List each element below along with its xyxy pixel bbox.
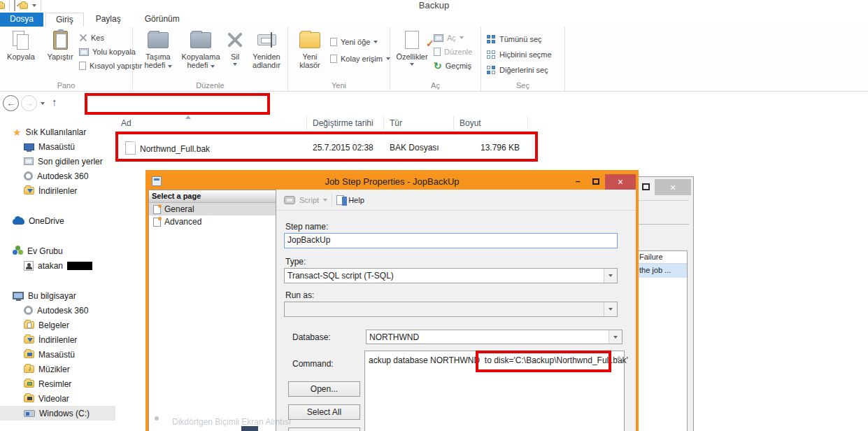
- sidebar-favorites[interactable]: ★ Sık Kullanılanlar: [0, 125, 115, 139]
- column-size[interactable]: Boyut: [454, 116, 528, 130]
- qat-folder-icon[interactable]: [0, 3, 5, 9]
- help-button[interactable]: Help: [348, 196, 364, 204]
- new-item-button[interactable]: Yeni öğe: [330, 35, 390, 49]
- run-as-label: Run as:: [285, 290, 314, 300]
- sidebar-homegroup-user[interactable]: atakan: [0, 258, 115, 273]
- command-label: Command:: [292, 359, 334, 369]
- dialog-toolbar: Script Help: [277, 190, 636, 211]
- script-dropdown-icon[interactable]: [323, 199, 327, 202]
- select-page-header: Select a page: [149, 190, 276, 203]
- open-file-button[interactable]: Open...: [288, 381, 360, 397]
- script-button[interactable]: Script: [299, 196, 319, 204]
- tab-view[interactable]: Görünüm: [135, 13, 190, 27]
- up-button[interactable]: ↑: [52, 96, 57, 108]
- scroll-up-icon[interactable]: [616, 355, 622, 359]
- qat-dropdown-icon[interactable]: [32, 4, 36, 7]
- downloads-icon: [24, 336, 34, 344]
- group-label-clipboard: Pano: [0, 81, 132, 90]
- sidebar-item-autodesk[interactable]: Autodesk 360: [0, 169, 115, 183]
- maximize-icon[interactable]: [642, 183, 650, 190]
- qat-newfolder-icon[interactable]: [20, 3, 28, 9]
- script-icon: [284, 196, 295, 204]
- tab-file[interactable]: Dosya: [0, 13, 43, 27]
- group-label-organize: Düzenle: [133, 81, 287, 90]
- pictures-icon: [24, 380, 34, 388]
- close-button-disabled[interactable]: ×: [655, 179, 691, 195]
- select-all-button[interactable]: Tümünü seç: [487, 32, 552, 46]
- job-step-properties-dialog: Job Step Properties - JopBackUp – × Sele…: [145, 170, 639, 431]
- ribbon-group-select: Tümünü seç Hiçbirini seçme Diğerlerini s…: [481, 27, 565, 91]
- delete-button[interactable]: Sil: [222, 29, 248, 66]
- sidebar-homegroup[interactable]: Ev Grubu: [0, 243, 115, 258]
- sidebar-item-downloads[interactable]: İndirilenler: [0, 183, 115, 198]
- column-date[interactable]: Değiştirme tarihi: [307, 116, 384, 130]
- cut-off-button[interactable]: [288, 428, 360, 431]
- rename-button[interactable]: Yeniden adlandır: [247, 29, 286, 69]
- ribbon-group-open: ✓ Özellikler Aç Düzenle ↻ Geçmiş: [390, 27, 481, 91]
- minimize-button[interactable]: –: [569, 176, 587, 186]
- copy-icon: [13, 31, 29, 50]
- sidebar-pc-documents[interactable]: Belgeler: [0, 318, 115, 332]
- drive-icon: [24, 410, 35, 417]
- tab-home[interactable]: Giriş: [45, 13, 84, 27]
- sidebar-item-desktop[interactable]: Masaüstü: [0, 139, 115, 154]
- navigation-pane: ★ Sık Kullanılanlar Masaüstü Son gidilen…: [0, 115, 115, 431]
- window-title: Backup: [419, 0, 449, 10]
- sidebar-pc-videos[interactable]: Videolar: [0, 391, 115, 406]
- sidebar-pc-windows-c[interactable]: Windows (C:): [0, 406, 115, 421]
- tab-share[interactable]: Paylaş: [86, 13, 131, 27]
- maximize-button[interactable]: [587, 178, 605, 185]
- column-type[interactable]: Tür: [384, 116, 454, 130]
- sidebar-pc-downloads[interactable]: İndirilenler: [0, 332, 115, 347]
- open-button[interactable]: Aç: [434, 31, 472, 45]
- delete-icon: [227, 31, 243, 48]
- copy-to-button[interactable]: Kopyalama hedefi: [179, 29, 222, 69]
- new-folder-icon: [299, 32, 320, 48]
- star-icon: ★: [13, 127, 22, 137]
- history-dropdown-icon[interactable]: [41, 102, 45, 105]
- edit-button[interactable]: Düzenle: [434, 45, 472, 59]
- paste-button[interactable]: Yapıştır: [41, 29, 80, 61]
- close-button[interactable]: ×: [605, 174, 636, 190]
- sidebar-this-pc[interactable]: Bu bilgisayar: [0, 288, 115, 303]
- snip-bullet-icon: [155, 416, 159, 421]
- page-icon: [153, 205, 161, 214]
- select-none-button[interactable]: Hiçbirini seçme: [487, 48, 552, 62]
- annotation-box-file-row: [115, 132, 538, 162]
- qat-check-doc-icon: [14, 0, 15, 11]
- move-to-button[interactable]: Taşıma hedefi: [138, 29, 178, 69]
- new-item-icon: [330, 38, 337, 46]
- easy-access-button[interactable]: Kolay erişim: [330, 52, 390, 66]
- history-button[interactable]: ↻ Geçmiş: [434, 59, 472, 73]
- sidebar-pc-pictures[interactable]: Resimler: [0, 376, 115, 391]
- column-headers: Ad Değiştirme tarihi Tür Boyut: [115, 115, 868, 132]
- invert-selection-button[interactable]: Diğerlerini seç: [487, 63, 552, 77]
- back-button[interactable]: ←: [3, 95, 19, 111]
- copy-to-icon: [190, 32, 211, 48]
- type-combo[interactable]: Transact-SQL script (T-SQL): [284, 268, 618, 283]
- page-advanced[interactable]: Advanced: [149, 216, 276, 228]
- column-name[interactable]: Ad: [115, 116, 307, 130]
- sidebar-item-recent[interactable]: Son gidilen yerler: [0, 154, 115, 169]
- properties-button[interactable]: ✓ Özellikler: [392, 29, 432, 66]
- database-combo[interactable]: NORTHWND: [366, 330, 622, 344]
- ribbon: Kopyala Yapıştır Kes Yolu kopyala Kısayo…: [0, 27, 868, 92]
- qat-properties-button[interactable]: ✓: [14, 1, 15, 10]
- grid-row-job[interactable]: the job ...: [636, 264, 687, 278]
- page-general[interactable]: General: [149, 203, 276, 216]
- annotation-box-command-path: [476, 351, 611, 372]
- new-folder-button[interactable]: Yeni klasör: [292, 29, 327, 69]
- step-name-input[interactable]: JopBackUp: [284, 233, 618, 248]
- sidebar-pc-music[interactable]: ♪ Müzikler: [0, 362, 115, 376]
- sidebar-pc-autodesk[interactable]: Autodesk 360: [0, 303, 115, 318]
- separator: [9, 1, 10, 10]
- sidebar-onedrive[interactable]: OneDrive: [0, 213, 115, 228]
- sidebar-pc-desktop[interactable]: Masaüstü: [0, 347, 115, 362]
- copy-button[interactable]: Kopyala: [1, 29, 41, 61]
- downloads-icon: [24, 187, 34, 195]
- forward-button[interactable]: →: [21, 95, 37, 111]
- chevron-down-icon: [609, 308, 613, 311]
- select-all-text-button[interactable]: Select All: [288, 404, 360, 420]
- snip-menu-item: Dikdörtgen Biçimli Ekran Alıntısı: [172, 417, 291, 427]
- run-as-combo[interactable]: [284, 302, 618, 317]
